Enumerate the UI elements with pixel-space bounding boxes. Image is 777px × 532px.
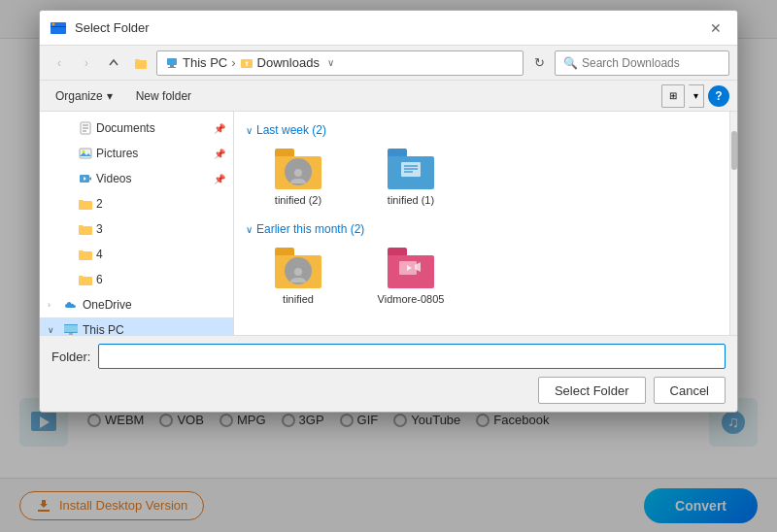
folder-icon-vidmore [388,248,434,288]
scrollbar-thumb[interactable] [731,131,737,170]
svg-rect-7 [51,26,66,27]
dialog-overlay: Select Folder ✕ ‹ › [0,0,777,532]
svg-rect-30 [64,325,78,332]
this-pc-nav-icon [63,323,79,335]
svg-point-38 [294,169,302,177]
select-folder-button[interactable]: Select Folder [538,377,646,404]
svg-rect-31 [69,333,73,335]
folder-icon-tinified2 [275,149,321,189]
file-label-vidmore: Vidmore-0805 [378,292,445,306]
folder-input-row: Folder: [51,344,726,369]
folder-4-icon [79,249,92,260]
section-earlier-month: Earlier this month (2) [246,222,722,236]
onedrive-icon [63,300,79,310]
refresh-button[interactable]: ↻ [527,51,551,75]
file-label-tinified1: tinified (1) [388,193,434,207]
address-dropdown-icon[interactable]: ∨ [323,55,339,71]
nav-item-thispc[interactable]: ∨ This PC [40,317,233,335]
back-button[interactable]: ‹ [48,51,71,75]
nav-expand-onedrive: › [48,300,59,310]
up-button[interactable] [102,51,125,75]
downloads-icon [240,56,253,70]
dialog-title: Select Folder [75,20,696,35]
select-folder-dialog: Select Folder ✕ ‹ › [39,10,738,413]
forward-button[interactable]: › [75,51,98,75]
svg-rect-26 [79,226,92,235]
folder-nav-icon [134,56,148,70]
svg-rect-28 [79,277,92,285]
file-label-tinified2: tinified (2) [275,193,321,207]
file-item-tinified1[interactable]: tinified (1) [362,145,459,211]
cancel-button[interactable]: Cancel [654,377,726,404]
address-separator-1: › [231,55,235,70]
refresh-icon: ↻ [534,55,545,70]
svg-rect-11 [170,65,174,67]
nav-item-4[interactable]: 4 [40,242,233,267]
search-icon: 🔍 [563,56,578,70]
nav-pin-pictures: 📌 [214,149,225,159]
nav-pin-videos: 📌 [214,174,225,184]
nav-item-onedrive[interactable]: › OneDrive [40,292,233,317]
files-grid-last-week: tinified (2) [242,145,722,211]
help-button[interactable]: ? [708,85,729,107]
view-options: ⊞ ▾ ? [661,84,729,108]
close-button[interactable]: ✕ [704,17,727,40]
folder-icon-tinified [275,248,321,288]
svg-rect-9 [135,60,147,69]
folder-3-icon [79,223,92,235]
pictures-icon [79,147,92,160]
dialog-titlebar: Select Folder ✕ [40,11,737,46]
up-icon [107,56,120,70]
folder-button[interactable] [129,51,152,75]
view-toggle-button[interactable]: ⊞ [661,84,685,108]
folder-6-icon [79,274,92,285]
dialog-body: Documents 📌 Pictures 📌 [40,112,737,335]
svg-rect-27 [79,251,92,260]
file-label-tinified: tinified [283,292,314,306]
address-bar[interactable]: This PC › Downloads ∨ [156,50,524,76]
folder-label: Folder: [51,349,90,364]
nav-item-3[interactable]: 3 [40,216,233,242]
view-dropdown-button[interactable]: ▾ [689,84,704,108]
svg-rect-10 [167,58,177,65]
videos-icon [79,172,92,185]
dialog-nav-toolbar: ‹ › This [40,46,737,81]
documents-icon [79,121,92,135]
dialog-actions: Select Folder Cancel [51,377,726,404]
nav-item-pictures[interactable]: Pictures 📌 [40,141,233,166]
svg-rect-12 [168,67,176,68]
view-icon: ⊞ [669,90,677,101]
nav-item-documents[interactable]: Documents 📌 [40,116,233,141]
dialog-footer: Folder: Select Folder Cancel [40,335,737,412]
search-bar[interactable]: 🔍 [555,50,729,76]
nav-expand-thispc: ∨ [48,325,59,335]
search-input[interactable] [582,56,721,70]
address-this-pc: This PC [183,55,227,70]
nav-item-videos[interactable]: Videos 📌 [40,166,233,191]
nav-item-2[interactable]: 2 [40,191,233,216]
svg-point-8 [52,22,55,25]
organize-chevron-icon: ▾ [107,89,113,103]
svg-point-43 [294,268,302,276]
view-dropdown-icon: ▾ [693,90,698,101]
organize-button[interactable]: Organize ▾ [48,84,120,108]
dialog-app-icon [50,19,67,37]
new-folder-button[interactable]: New folder [128,84,199,108]
this-pc-icon [165,56,179,70]
file-pane: Last week (2) [234,112,729,335]
address-downloads: Downloads [257,55,320,70]
file-item-tinified2[interactable]: tinified (2) [250,145,347,211]
nav-pane: Documents 📌 Pictures 📌 [40,112,234,335]
folder-2-icon [79,198,92,210]
file-item-tinified[interactable]: tinified [250,244,347,310]
back-icon: ‹ [57,56,61,70]
folder-input[interactable] [98,344,726,369]
section-last-week: Last week (2) [246,123,722,137]
folder-icon-tinified1 [388,149,434,189]
file-item-vidmore[interactable]: Vidmore-0805 [362,244,459,310]
nav-item-6[interactable]: 6 [40,267,233,292]
svg-rect-25 [79,201,92,210]
dialog-organize-toolbar: Organize ▾ New folder ⊞ ▾ ? [40,81,737,112]
file-pane-scrollbar[interactable] [729,112,737,335]
files-grid-earlier-month: tinified [242,244,722,310]
